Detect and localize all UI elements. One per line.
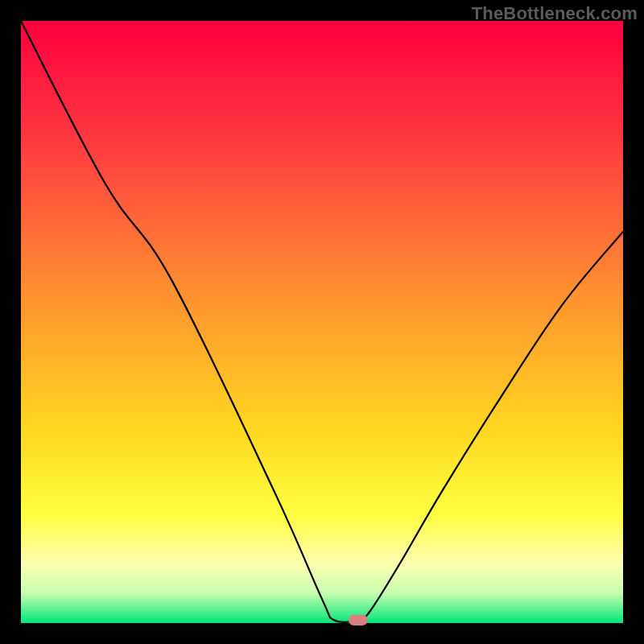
bottleneck-chart — [0, 0, 644, 644]
optimum-marker — [349, 615, 368, 626]
chart-stage: TheBottleneck.com — [0, 0, 644, 644]
watermark-label: TheBottleneck.com — [472, 3, 638, 24]
plot-area — [21, 21, 623, 623]
